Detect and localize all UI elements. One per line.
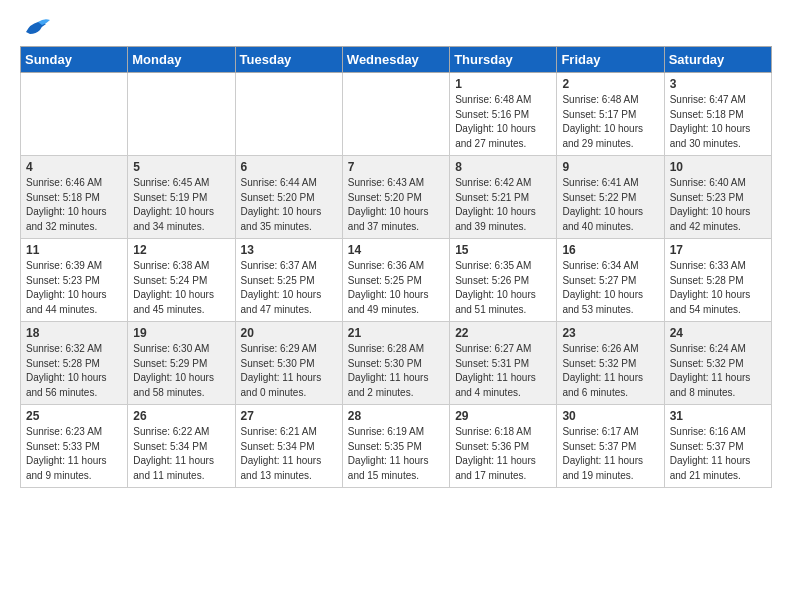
day-info: Sunrise: 6:22 AM Sunset: 5:34 PM Dayligh… xyxy=(133,425,229,483)
day-info: Sunrise: 6:17 AM Sunset: 5:37 PM Dayligh… xyxy=(562,425,658,483)
day-number: 15 xyxy=(455,243,551,257)
day-number: 3 xyxy=(670,77,766,91)
calendar-cell xyxy=(235,73,342,156)
day-number: 8 xyxy=(455,160,551,174)
day-number: 30 xyxy=(562,409,658,423)
calendar-cell: 25Sunrise: 6:23 AM Sunset: 5:33 PM Dayli… xyxy=(21,405,128,488)
day-info: Sunrise: 6:39 AM Sunset: 5:23 PM Dayligh… xyxy=(26,259,122,317)
calendar-cell: 22Sunrise: 6:27 AM Sunset: 5:31 PM Dayli… xyxy=(450,322,557,405)
weekday-header-wednesday: Wednesday xyxy=(342,47,449,73)
calendar-cell xyxy=(128,73,235,156)
day-info: Sunrise: 6:32 AM Sunset: 5:28 PM Dayligh… xyxy=(26,342,122,400)
calendar-cell: 19Sunrise: 6:30 AM Sunset: 5:29 PM Dayli… xyxy=(128,322,235,405)
weekday-header-thursday: Thursday xyxy=(450,47,557,73)
day-info: Sunrise: 6:44 AM Sunset: 5:20 PM Dayligh… xyxy=(241,176,337,234)
day-number: 21 xyxy=(348,326,444,340)
calendar-cell: 14Sunrise: 6:36 AM Sunset: 5:25 PM Dayli… xyxy=(342,239,449,322)
day-number: 27 xyxy=(241,409,337,423)
day-info: Sunrise: 6:37 AM Sunset: 5:25 PM Dayligh… xyxy=(241,259,337,317)
day-number: 20 xyxy=(241,326,337,340)
day-number: 16 xyxy=(562,243,658,257)
day-number: 28 xyxy=(348,409,444,423)
calendar-table: SundayMondayTuesdayWednesdayThursdayFrid… xyxy=(20,46,772,488)
calendar-cell: 30Sunrise: 6:17 AM Sunset: 5:37 PM Dayli… xyxy=(557,405,664,488)
day-number: 23 xyxy=(562,326,658,340)
day-number: 17 xyxy=(670,243,766,257)
day-info: Sunrise: 6:48 AM Sunset: 5:17 PM Dayligh… xyxy=(562,93,658,151)
day-number: 2 xyxy=(562,77,658,91)
day-info: Sunrise: 6:23 AM Sunset: 5:33 PM Dayligh… xyxy=(26,425,122,483)
day-info: Sunrise: 6:46 AM Sunset: 5:18 PM Dayligh… xyxy=(26,176,122,234)
day-info: Sunrise: 6:45 AM Sunset: 5:19 PM Dayligh… xyxy=(133,176,229,234)
calendar-cell: 18Sunrise: 6:32 AM Sunset: 5:28 PM Dayli… xyxy=(21,322,128,405)
calendar-cell: 12Sunrise: 6:38 AM Sunset: 5:24 PM Dayli… xyxy=(128,239,235,322)
page-header xyxy=(20,16,772,38)
day-info: Sunrise: 6:33 AM Sunset: 5:28 PM Dayligh… xyxy=(670,259,766,317)
day-info: Sunrise: 6:27 AM Sunset: 5:31 PM Dayligh… xyxy=(455,342,551,400)
day-number: 12 xyxy=(133,243,229,257)
day-number: 24 xyxy=(670,326,766,340)
day-info: Sunrise: 6:43 AM Sunset: 5:20 PM Dayligh… xyxy=(348,176,444,234)
logo xyxy=(20,16,50,38)
day-info: Sunrise: 6:29 AM Sunset: 5:30 PM Dayligh… xyxy=(241,342,337,400)
day-info: Sunrise: 6:28 AM Sunset: 5:30 PM Dayligh… xyxy=(348,342,444,400)
day-info: Sunrise: 6:16 AM Sunset: 5:37 PM Dayligh… xyxy=(670,425,766,483)
day-number: 6 xyxy=(241,160,337,174)
day-number: 1 xyxy=(455,77,551,91)
day-info: Sunrise: 6:41 AM Sunset: 5:22 PM Dayligh… xyxy=(562,176,658,234)
day-number: 7 xyxy=(348,160,444,174)
day-number: 18 xyxy=(26,326,122,340)
day-number: 26 xyxy=(133,409,229,423)
calendar-cell: 23Sunrise: 6:26 AM Sunset: 5:32 PM Dayli… xyxy=(557,322,664,405)
weekday-header-tuesday: Tuesday xyxy=(235,47,342,73)
day-number: 29 xyxy=(455,409,551,423)
calendar-cell xyxy=(342,73,449,156)
day-info: Sunrise: 6:19 AM Sunset: 5:35 PM Dayligh… xyxy=(348,425,444,483)
calendar-cell: 1Sunrise: 6:48 AM Sunset: 5:16 PM Daylig… xyxy=(450,73,557,156)
day-info: Sunrise: 6:18 AM Sunset: 5:36 PM Dayligh… xyxy=(455,425,551,483)
calendar-cell: 3Sunrise: 6:47 AM Sunset: 5:18 PM Daylig… xyxy=(664,73,771,156)
weekday-header-saturday: Saturday xyxy=(664,47,771,73)
calendar-cell: 5Sunrise: 6:45 AM Sunset: 5:19 PM Daylig… xyxy=(128,156,235,239)
day-info: Sunrise: 6:24 AM Sunset: 5:32 PM Dayligh… xyxy=(670,342,766,400)
day-info: Sunrise: 6:42 AM Sunset: 5:21 PM Dayligh… xyxy=(455,176,551,234)
calendar-cell: 2Sunrise: 6:48 AM Sunset: 5:17 PM Daylig… xyxy=(557,73,664,156)
calendar-cell: 21Sunrise: 6:28 AM Sunset: 5:30 PM Dayli… xyxy=(342,322,449,405)
day-number: 14 xyxy=(348,243,444,257)
day-info: Sunrise: 6:36 AM Sunset: 5:25 PM Dayligh… xyxy=(348,259,444,317)
calendar-cell: 15Sunrise: 6:35 AM Sunset: 5:26 PM Dayli… xyxy=(450,239,557,322)
calendar-cell: 29Sunrise: 6:18 AM Sunset: 5:36 PM Dayli… xyxy=(450,405,557,488)
day-info: Sunrise: 6:48 AM Sunset: 5:16 PM Dayligh… xyxy=(455,93,551,151)
calendar-cell: 24Sunrise: 6:24 AM Sunset: 5:32 PM Dayli… xyxy=(664,322,771,405)
day-number: 4 xyxy=(26,160,122,174)
day-info: Sunrise: 6:40 AM Sunset: 5:23 PM Dayligh… xyxy=(670,176,766,234)
logo-bird-icon xyxy=(22,16,50,38)
day-info: Sunrise: 6:35 AM Sunset: 5:26 PM Dayligh… xyxy=(455,259,551,317)
day-number: 5 xyxy=(133,160,229,174)
weekday-header-monday: Monday xyxy=(128,47,235,73)
calendar-cell: 9Sunrise: 6:41 AM Sunset: 5:22 PM Daylig… xyxy=(557,156,664,239)
calendar-cell: 13Sunrise: 6:37 AM Sunset: 5:25 PM Dayli… xyxy=(235,239,342,322)
calendar-cell: 20Sunrise: 6:29 AM Sunset: 5:30 PM Dayli… xyxy=(235,322,342,405)
day-number: 11 xyxy=(26,243,122,257)
weekday-header-sunday: Sunday xyxy=(21,47,128,73)
calendar-cell: 28Sunrise: 6:19 AM Sunset: 5:35 PM Dayli… xyxy=(342,405,449,488)
day-info: Sunrise: 6:47 AM Sunset: 5:18 PM Dayligh… xyxy=(670,93,766,151)
calendar-cell: 7Sunrise: 6:43 AM Sunset: 5:20 PM Daylig… xyxy=(342,156,449,239)
calendar-cell: 27Sunrise: 6:21 AM Sunset: 5:34 PM Dayli… xyxy=(235,405,342,488)
day-number: 13 xyxy=(241,243,337,257)
calendar-cell: 4Sunrise: 6:46 AM Sunset: 5:18 PM Daylig… xyxy=(21,156,128,239)
calendar-cell: 26Sunrise: 6:22 AM Sunset: 5:34 PM Dayli… xyxy=(128,405,235,488)
day-number: 10 xyxy=(670,160,766,174)
day-info: Sunrise: 6:34 AM Sunset: 5:27 PM Dayligh… xyxy=(562,259,658,317)
day-number: 22 xyxy=(455,326,551,340)
calendar-cell: 10Sunrise: 6:40 AM Sunset: 5:23 PM Dayli… xyxy=(664,156,771,239)
calendar-cell: 11Sunrise: 6:39 AM Sunset: 5:23 PM Dayli… xyxy=(21,239,128,322)
calendar-cell: 6Sunrise: 6:44 AM Sunset: 5:20 PM Daylig… xyxy=(235,156,342,239)
calendar-cell: 8Sunrise: 6:42 AM Sunset: 5:21 PM Daylig… xyxy=(450,156,557,239)
calendar-cell: 17Sunrise: 6:33 AM Sunset: 5:28 PM Dayli… xyxy=(664,239,771,322)
calendar-cell: 16Sunrise: 6:34 AM Sunset: 5:27 PM Dayli… xyxy=(557,239,664,322)
calendar-cell xyxy=(21,73,128,156)
day-number: 9 xyxy=(562,160,658,174)
day-number: 19 xyxy=(133,326,229,340)
